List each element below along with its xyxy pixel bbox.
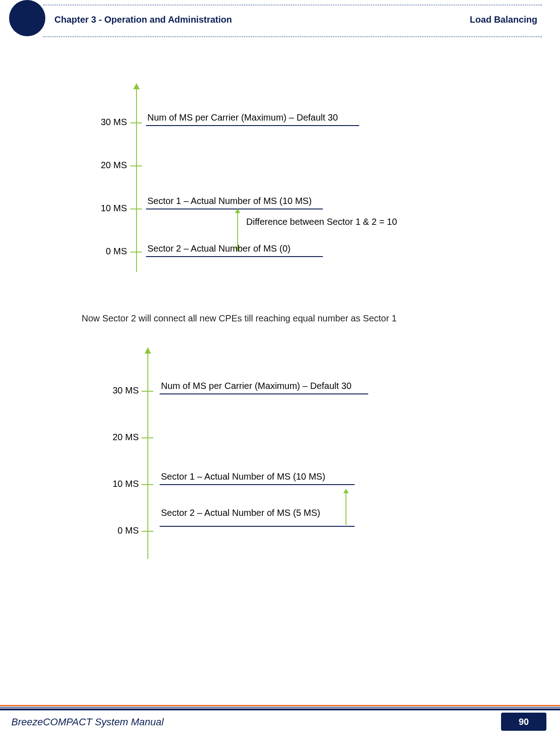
header-topic: Load Balancing	[470, 15, 537, 25]
diagram-1-yaxis	[136, 84, 137, 272]
diagram-1-label-30: 30 MS	[95, 117, 127, 127]
diagram-1-max-label: Num of MS per Carrier (Maximum) – Defaul…	[147, 112, 338, 123]
footer-line-lightblue	[0, 707, 560, 708]
diagram-2-max-label: Num of MS per Carrier (Maximum) – Defaul…	[161, 381, 351, 391]
diagram-1-tick-20	[130, 165, 142, 166]
diagram-1-label-10: 10 MS	[95, 203, 127, 214]
header-top-dotted-line	[43, 5, 542, 5]
arrow-up-icon	[145, 347, 151, 354]
diagram-2-sector2-label: Sector 2 – Actual Number of MS (5 MS)	[161, 508, 320, 518]
diagram-1-sector2-line	[146, 256, 323, 257]
diagram-1-tick-10	[130, 209, 142, 209]
diagram-2-tick-30	[141, 391, 153, 392]
arrow-up-icon	[343, 489, 349, 493]
diagram-1-tick-30	[130, 122, 142, 123]
diagram-1-sector1-label: Sector 1 – Actual Number of MS (10 MS)	[147, 196, 312, 206]
diagram-2-label-20: 20 MS	[103, 432, 139, 442]
footer-page-number: 90	[501, 713, 546, 731]
footer-manual-title: BreezeCOMPACT System Manual	[11, 716, 164, 728]
diagram-2-yaxis	[147, 348, 148, 559]
footer-line-orange	[0, 705, 560, 706]
body-text: Now Sector 2 will connect all new CPEs t…	[82, 313, 397, 324]
diagram-2-max-line	[160, 393, 368, 394]
diagram-1-sector2-label: Sector 2 – Actual Number of MS (0)	[147, 243, 291, 254]
diagram-2-tick-20	[141, 437, 153, 438]
header-bottom-dotted-line	[43, 36, 542, 37]
diagram-1-max-line	[146, 125, 359, 126]
diagram-2-label-30: 30 MS	[103, 385, 139, 396]
diagram-2-sector1-label: Sector 1 – Actual Number of MS (10 MS)	[161, 471, 325, 482]
diagram-2-rising-arrow	[346, 490, 346, 525]
header-chapter-title: Chapter 3 - Operation and Administration	[54, 15, 232, 25]
diagram-2-tick-10	[141, 484, 153, 485]
diagram-1-sector1-line	[146, 209, 323, 209]
arrow-up-icon	[235, 209, 240, 213]
arrow-up-icon	[133, 83, 140, 89]
diagram-2-sector1-line	[160, 484, 355, 485]
diagram-2-sector2-line	[160, 526, 355, 527]
diagram-2-label-10: 10 MS	[103, 479, 139, 489]
diagram-2-label-0: 0 MS	[103, 525, 139, 536]
diagram-1-diff-label: Difference between Sector 1 & 2 = 10	[246, 217, 397, 227]
diagram-1-label-0: 0 MS	[95, 246, 127, 257]
footer-line-navy	[0, 709, 560, 710]
diagram-2-tick-0	[141, 531, 153, 532]
diagram-1-tick-0	[130, 252, 142, 253]
diagram-1-label-20: 20 MS	[95, 160, 127, 170]
header-circle-decoration	[9, 0, 45, 36]
